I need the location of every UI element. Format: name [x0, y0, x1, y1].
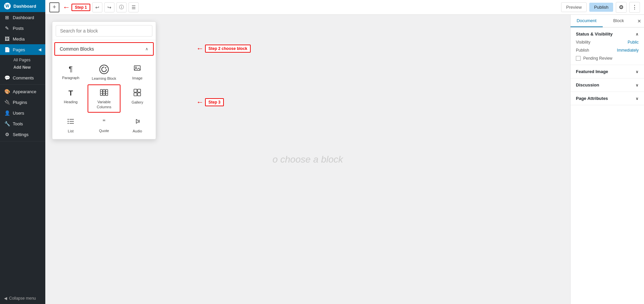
- sidebar-item-appearance[interactable]: 🎨 Appearance: [0, 86, 45, 97]
- block-label-variable-columns: Variable Columns: [90, 100, 117, 109]
- users-icon: 👤: [4, 110, 10, 116]
- preview-button[interactable]: Preview: [561, 2, 587, 12]
- step3-annotation: ← Step 3: [196, 98, 224, 107]
- sidebar-item-tools[interactable]: 🔧 Tools: [0, 118, 45, 129]
- step1-annotation: ← Step 1: [61, 3, 90, 12]
- svg-rect-15: [138, 93, 141, 96]
- right-panel-tabs: Document Block ✕: [571, 15, 644, 27]
- list-view-button[interactable]: ☰: [129, 2, 139, 12]
- gallery-svg: [134, 89, 141, 96]
- discussion-header[interactable]: Discussion ∨: [576, 82, 639, 87]
- more-options-button[interactable]: ⋮: [629, 2, 640, 13]
- sidebar-item-plugins[interactable]: 🔌 Plugins: [0, 97, 45, 108]
- svg-rect-1: [134, 66, 140, 70]
- list-svg: [67, 118, 75, 125]
- svg-point-20: [67, 123, 68, 124]
- quote-icon: ": [103, 118, 106, 126]
- discussion-title: Discussion: [576, 82, 599, 87]
- sidebar-item-label: Pages: [13, 47, 25, 52]
- info-button[interactable]: ⓘ: [116, 2, 127, 12]
- step2-annotation: ← Step 2 choose block: [196, 44, 251, 53]
- sidebar-item-comments[interactable]: 💬 Comments: [0, 72, 45, 83]
- block-item-heading[interactable]: T Heading: [54, 84, 87, 113]
- sidebar-item-dashboard[interactable]: ⊞ Dashboard: [0, 12, 45, 23]
- wordpress-icon: W: [4, 3, 11, 9]
- audio-svg: [134, 118, 141, 125]
- block-item-quote[interactable]: " Quote: [88, 113, 120, 136]
- block-label-paragraph: Paragraph: [62, 75, 79, 80]
- status-visibility-chevron: ∧: [636, 32, 639, 37]
- tab-document[interactable]: Document: [571, 15, 603, 27]
- block-search-container: [52, 22, 156, 40]
- sidebar-item-label: Settings: [13, 132, 29, 137]
- publish-value[interactable]: Immediately: [617, 48, 639, 53]
- status-visibility-header[interactable]: Status & Visibility ∧: [576, 32, 639, 37]
- add-new-link[interactable]: Add New: [11, 64, 45, 71]
- block-item-learning-block[interactable]: Learning Block: [88, 60, 120, 84]
- publish-button[interactable]: Publish: [589, 3, 613, 12]
- sidebar-item-label: Tools: [13, 121, 23, 126]
- variable-columns-icon: [100, 89, 108, 98]
- tab-block[interactable]: Block: [603, 15, 635, 27]
- dashboard-icon: ⊞: [4, 15, 10, 20]
- settings-gear-button[interactable]: ⚙: [616, 2, 627, 13]
- block-item-paragraph[interactable]: ¶ Paragraph: [54, 60, 87, 84]
- learning-block-svg: [101, 66, 107, 72]
- block-item-audio[interactable]: Audio: [121, 113, 154, 136]
- undo-button[interactable]: ↩: [92, 2, 102, 12]
- svg-rect-14: [134, 93, 137, 96]
- pages-submenu: All Pages Add New: [0, 55, 45, 72]
- sidebar-item-pages[interactable]: 📄 Pages ◀: [0, 44, 45, 55]
- step3-label: Step 3: [205, 98, 224, 106]
- publish-label: Publish: [576, 48, 589, 53]
- block-item-list[interactable]: List: [54, 113, 87, 136]
- visibility-row: Visibility Public: [576, 40, 639, 45]
- gallery-icon: [134, 89, 141, 98]
- svg-rect-3: [100, 89, 102, 96]
- block-item-image[interactable]: Image: [121, 60, 154, 84]
- sidebar-divider-2: [0, 141, 45, 141]
- block-item-variable-columns[interactable]: Variable Columns: [88, 84, 120, 113]
- sidebar-item-settings[interactable]: ⚙ Settings: [0, 129, 45, 140]
- step2-arrow-icon: ←: [196, 44, 204, 53]
- redo-button[interactable]: ↪: [104, 2, 114, 12]
- common-blocks-header[interactable]: Common Blocks ∧: [54, 42, 154, 56]
- search-input[interactable]: [56, 25, 152, 37]
- svg-rect-4: [103, 89, 105, 96]
- block-label-audio: Audio: [133, 129, 142, 133]
- sidebar-item-label: Dashboard: [13, 15, 34, 20]
- sidebar-item-media[interactable]: 🖼 Media: [0, 34, 45, 44]
- block-item-gallery[interactable]: Gallery: [121, 84, 154, 113]
- sidebar-item-users[interactable]: 👤 Users: [0, 108, 45, 118]
- audio-icon: [134, 118, 141, 127]
- collapse-menu-button[interactable]: ◀ Collapse menu: [4, 296, 41, 301]
- page-attributes-chevron: ∨: [636, 96, 639, 101]
- heading-icon: T: [68, 89, 73, 98]
- svg-rect-5: [106, 89, 108, 96]
- sidebar-item-label: Plugins: [13, 100, 27, 105]
- close-panel-button[interactable]: ✕: [635, 16, 644, 26]
- visibility-label: Visibility: [576, 40, 590, 45]
- pending-review-checkbox[interactable]: [576, 56, 581, 61]
- featured-image-chevron: ∨: [636, 69, 639, 74]
- top-toolbar: + ← Step 1 ↩ ↪ ⓘ ☰ Preview Publish ⚙ ⋮: [45, 0, 644, 15]
- svg-point-18: [67, 121, 68, 122]
- sidebar-brand[interactable]: W Dashboard: [0, 0, 45, 12]
- visibility-value[interactable]: Public: [628, 40, 639, 45]
- sidebar-item-label: Media: [13, 37, 24, 42]
- step1-label: Step 1: [71, 4, 90, 11]
- media-icon: 🖼: [4, 36, 10, 42]
- discussion-section: Discussion ∨: [571, 78, 644, 92]
- page-attributes-header[interactable]: Page Attributes ∨: [576, 96, 639, 101]
- posts-icon: ✎: [4, 25, 10, 31]
- step1-arrow-icon: ←: [63, 3, 70, 12]
- appearance-icon: 🎨: [4, 89, 10, 94]
- choose-block-hint: o choose a block: [273, 154, 343, 165]
- sidebar-item-posts[interactable]: ✎ Posts: [0, 23, 45, 34]
- settings-icon: ⚙: [4, 132, 10, 137]
- svg-point-16: [67, 119, 68, 120]
- add-block-button[interactable]: +: [49, 2, 59, 12]
- featured-image-header[interactable]: Featured Image ∨: [576, 69, 639, 74]
- all-pages-link[interactable]: All Pages: [11, 56, 45, 64]
- featured-image-section: Featured Image ∨: [571, 65, 644, 78]
